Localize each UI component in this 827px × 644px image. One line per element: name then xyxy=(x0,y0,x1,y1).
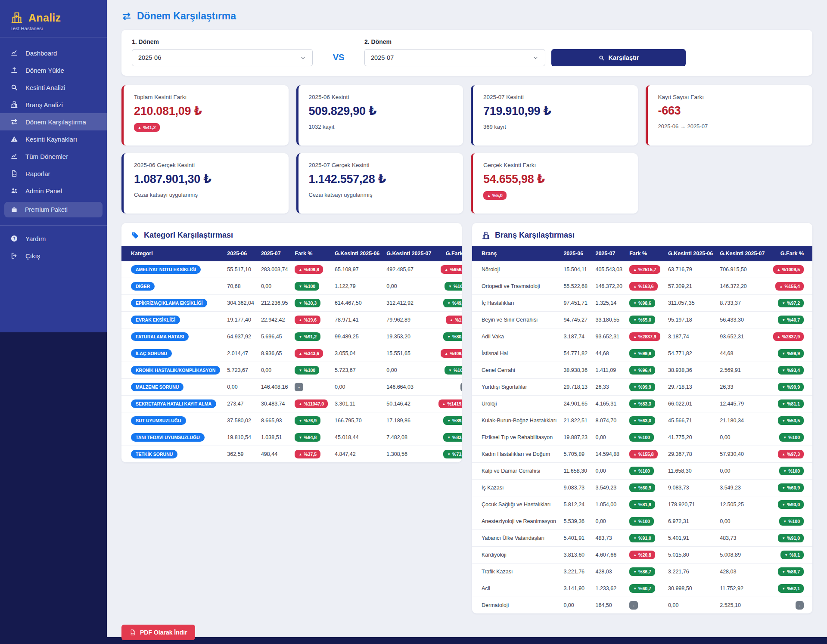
table-row: İstisnai Hal54.771,8244,68▼%99,954.771,8… xyxy=(472,345,812,362)
increase-badge: ▲%343,6 xyxy=(295,349,323,358)
decrease-badge: ▼%63,0 xyxy=(629,416,655,425)
gross-value-cell: 57.309,21 xyxy=(665,278,716,295)
hospital-icon xyxy=(10,101,18,108)
value-cell: 5.401,91 xyxy=(560,530,592,547)
compare-button[interactable]: Karşılaştır xyxy=(551,49,686,66)
sidebar-item-kesinti-analizi[interactable]: Kesinti Analizi xyxy=(0,79,107,96)
table-row: DİĞER70,680,00▼%1001.122,790,00▼%100 xyxy=(121,278,462,295)
category-cell: AMELİYAT NOTU EKSİKLİĞİ xyxy=(121,261,224,278)
change-cell: - xyxy=(291,379,331,396)
branch-cell: Fiziksel Tıp ve Rehabilitasyon xyxy=(472,429,560,446)
branch-cell: Yabancı Ülke Vatandaşları xyxy=(472,530,560,547)
column-header: G.Kesinti 2025-06 xyxy=(665,246,716,261)
branch-cell: Çocuk Sağlığı ve Hastalıkları xyxy=(472,496,560,513)
gross-value-cell: 7.482,08 xyxy=(383,429,435,446)
gross-value-cell: 5.008,89 xyxy=(716,547,769,564)
table-row: Üroloji24.901,654.165,31▼%83,366.022,011… xyxy=(472,396,812,412)
compare-form: 1. Dönem 2025-06 VS 2. Dönem 2025-07 Kar… xyxy=(121,30,812,76)
comparison-tables: Kategori Karşılaştırması Kategori2025-06… xyxy=(121,223,812,613)
decrease-badge: ▼%100 xyxy=(629,467,654,475)
gross-change-cell: ▲%1009,5 xyxy=(769,261,812,278)
sidebar-item-kesinti-kaynaklari[interactable]: Kesinti Kaynakları xyxy=(0,130,107,148)
branch-cell: Nöroloji xyxy=(472,261,560,278)
column-header: G.Kesinti 2025-07 xyxy=(716,246,769,261)
value-cell: 0,00 xyxy=(592,429,626,446)
sidebar-item-cikis[interactable]: Çıkış xyxy=(0,247,107,264)
logout-icon xyxy=(10,252,18,260)
branch-cell: Dermatoloji xyxy=(472,597,560,614)
gross-value-cell: 0,00 xyxy=(716,463,769,480)
summary-card: 2025-07 Kesinti719.910,99 ₺369 kayıt xyxy=(471,85,638,146)
change-cell: ▲%37,5 xyxy=(291,446,331,463)
column-header: Fark % xyxy=(291,246,331,261)
sidebar-item-label: Kesinti Kaynakları xyxy=(25,136,77,143)
decrease-badge: ▼%100 xyxy=(295,282,319,291)
gross-value-cell: 30.998,50 xyxy=(665,580,716,597)
gross-value-cell: 26,33 xyxy=(716,379,769,396)
sidebar-item-tum-donemler[interactable]: Tüm Dönemler xyxy=(0,148,107,165)
decrease-badge: ▼%97,2 xyxy=(778,299,804,307)
gross-value-cell: 312.412,92 xyxy=(383,295,435,312)
change-cell: ▼%100 xyxy=(626,463,665,480)
value-cell: 5.696,45 xyxy=(258,328,292,345)
decrease-badge: ▼%96,4 xyxy=(629,366,655,375)
value-cell: 22.942,42 xyxy=(258,312,292,328)
card-label: 2025-06 Kesinti xyxy=(309,94,453,100)
table-row: Genel Cerrahi38.938,361.411,09▼%96,438.9… xyxy=(472,362,812,379)
sidebar-item-donem-karsilastirma[interactable]: Dönem Karşılaştırma xyxy=(0,113,107,130)
category-pill: EVRAK EKSİKLİĞİ xyxy=(131,316,180,324)
value-cell: 0,00 xyxy=(258,362,292,379)
hospital-icon xyxy=(482,231,490,240)
decrease-badge: ▼%83,4 xyxy=(443,433,462,442)
gross-value-cell: 21.180,34 xyxy=(716,412,769,429)
change-cell: ▼%63,0 xyxy=(626,412,665,429)
column-header: G.Kesinti 2025-07 xyxy=(383,246,435,261)
gross-value-cell: 146.372,20 xyxy=(716,278,769,295)
gross-value-cell: 44,68 xyxy=(716,345,769,362)
gross-value-cell: 63.716,79 xyxy=(665,261,716,278)
gross-value-cell: 0,00 xyxy=(331,379,383,396)
value-cell: 212.236,95 xyxy=(258,295,292,312)
decrease-badge: ▼%91,0 xyxy=(629,534,655,542)
table-row: TETKİK SORUNU362,59498,44▲%37,54.847,421… xyxy=(121,446,462,463)
value-cell: 26,33 xyxy=(592,379,626,396)
gross-value-cell: 5.015,80 xyxy=(665,547,716,564)
gross-value-cell: 45.018,44 xyxy=(331,429,383,446)
gross-value-cell: 93.652,31 xyxy=(716,328,769,345)
branch-cell: İş Kazası xyxy=(472,480,560,496)
period1-select[interactable]: 2025-06 xyxy=(132,49,313,66)
gross-change-cell: ▼%100 xyxy=(769,429,812,446)
category-pill: DİĞER xyxy=(131,282,155,291)
category-pill: FATURALAMA HATASI xyxy=(131,332,189,341)
sidebar-item-premium-paketi[interactable]: Premium Paketi xyxy=(4,202,103,217)
value-cell: 1.054,00 xyxy=(592,496,626,513)
sidebar-item-dashboard[interactable]: Dashboard xyxy=(0,44,107,62)
decrease-badge: ▼%91,0 xyxy=(778,534,804,542)
neutral-badge: - xyxy=(295,383,303,391)
search-icon xyxy=(10,84,18,91)
sidebar-item-raporlar[interactable]: PDFRaporlar xyxy=(0,165,107,182)
category-pill: MALZEME SORUNU xyxy=(131,383,183,391)
category-pill: KRONİK HASTALIK/KOMPLİKASYON xyxy=(131,366,220,375)
sidebar-item-yardim[interactable]: ?Yardım xyxy=(0,230,107,247)
gross-change-cell: ▼%93,0 xyxy=(769,496,812,513)
value-cell: 5.705,89 xyxy=(560,446,592,463)
gross-change-cell: ▼%100 xyxy=(435,278,462,295)
gross-value-cell: 614.467,50 xyxy=(331,295,383,312)
period2-select[interactable]: 2025-07 xyxy=(364,49,545,66)
category-cell: EPİKRİZ/AÇIKLAMA EKSİKLİĞİ xyxy=(121,295,224,312)
sidebar-item-donem-yukle[interactable]: Dönem Yükle xyxy=(0,62,107,79)
pdf-download-button[interactable]: PDF PDF Olarak İndir xyxy=(121,625,195,640)
sidebar-item-brans-analizi[interactable]: Branş Analizi xyxy=(0,96,107,113)
gross-change-cell: ▼%100 xyxy=(435,362,462,379)
sidebar-divider xyxy=(0,37,107,37)
gross-change-cell: ▼%49,2 xyxy=(435,295,462,312)
card-label: Gerçek Kesinti Farkı xyxy=(483,162,628,168)
sidebar-item-admin-panel[interactable]: Admin Panel xyxy=(0,182,107,199)
table-row: Dermatoloji0,00164,50-0,002.525,10- xyxy=(472,597,812,614)
table-row: Yabancı Ülke Vatandaşları5.401,91483,73▼… xyxy=(472,530,812,547)
gross-value-cell: 8.733,37 xyxy=(716,295,769,312)
gross-value-cell: 166.795,70 xyxy=(331,412,383,429)
users-icon xyxy=(10,187,18,195)
gross-value-cell: 41.775,20 xyxy=(665,429,716,446)
